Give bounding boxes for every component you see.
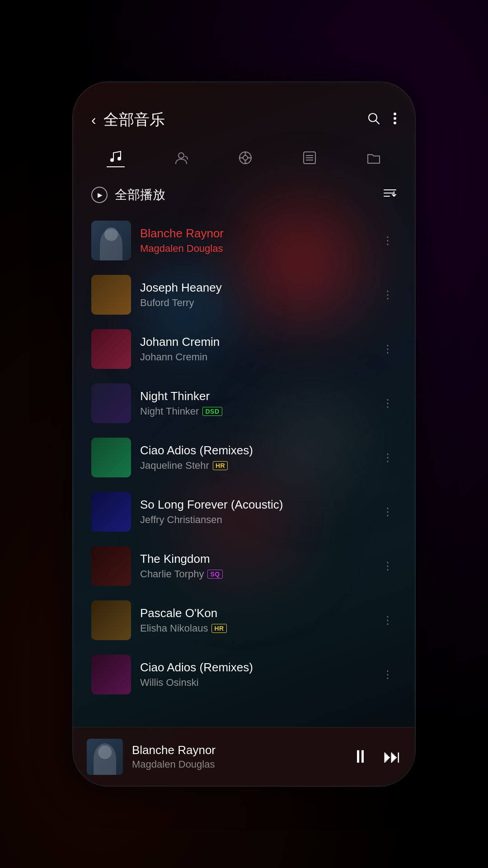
more-options-button[interactable]: ⋮ bbox=[379, 285, 397, 305]
song-artist: Charlie Torphy SQ bbox=[140, 568, 370, 580]
song-info: The Kingdom Charlie Torphy SQ bbox=[140, 552, 370, 580]
nav-tabs bbox=[73, 139, 415, 172]
album-art bbox=[91, 329, 131, 369]
svg-point-4 bbox=[394, 122, 396, 124]
album-art bbox=[91, 546, 131, 586]
list-item[interactable]: Ciao Adios (Remixes) Jaqueline Stehr HR … bbox=[73, 430, 415, 485]
more-menu-icon[interactable] bbox=[393, 112, 397, 128]
svg-line-1 bbox=[376, 121, 379, 124]
next-button[interactable]: ⏭ bbox=[383, 746, 401, 767]
album-art bbox=[91, 275, 131, 315]
back-button[interactable]: ‹ bbox=[91, 112, 96, 128]
song-title: Johann Cremin bbox=[140, 335, 370, 349]
quality-badge-sq: SQ bbox=[207, 570, 222, 579]
svg-point-5 bbox=[110, 158, 114, 162]
list-item[interactable]: Blanche Raynor Magdalen Douglas ⋮ bbox=[73, 213, 415, 268]
header-right bbox=[367, 112, 397, 128]
song-info: Blanche Raynor Magdalen Douglas bbox=[140, 226, 370, 255]
svg-point-9 bbox=[243, 156, 248, 160]
svg-point-3 bbox=[394, 117, 396, 120]
list-item[interactable]: The Kingdom Charlie Torphy SQ ⋮ bbox=[73, 539, 415, 593]
tab-playlists[interactable] bbox=[293, 146, 326, 170]
song-title: The Kingdom bbox=[140, 552, 370, 566]
tab-active-indicator bbox=[107, 166, 125, 167]
more-options-button[interactable]: ⋮ bbox=[379, 502, 397, 522]
song-info: Night Thinker Night Thinker DSD bbox=[140, 389, 370, 417]
list-item[interactable]: Pascale O'Kon Elisha Nikolaus HR ⋮ bbox=[73, 593, 415, 647]
tab-albums[interactable] bbox=[229, 146, 262, 170]
playback-controls: ⏸ ⏭ bbox=[352, 746, 401, 767]
song-title: Ciao Adios (Remixes) bbox=[140, 443, 370, 458]
play-all-bar: ▶ 全部播放 bbox=[73, 176, 415, 213]
album-art bbox=[91, 438, 131, 477]
svg-point-2 bbox=[394, 113, 396, 115]
now-playing-art bbox=[87, 739, 123, 775]
song-info: Pascale O'Kon Elisha Nikolaus HR bbox=[140, 606, 370, 634]
now-playing-bar[interactable]: Blanche Raynor Magdalen Douglas ⏸ ⏭ bbox=[73, 727, 415, 786]
song-title: Night Thinker bbox=[140, 389, 370, 403]
svg-rect-13 bbox=[244, 160, 246, 164]
art-inner bbox=[91, 438, 131, 477]
more-options-button[interactable]: ⋮ bbox=[379, 610, 397, 630]
album-art bbox=[91, 492, 131, 532]
quality-badge-hr: HR bbox=[211, 624, 226, 633]
now-playing-title: Blanche Raynor bbox=[132, 743, 343, 757]
song-info: Ciao Adios (Remixes) Jaqueline Stehr HR bbox=[140, 443, 370, 472]
svg-rect-10 bbox=[239, 157, 243, 159]
song-artist: Buford Terry bbox=[140, 297, 370, 309]
page-title: 全部音乐 bbox=[103, 109, 165, 130]
more-options-button[interactable]: ⋮ bbox=[379, 448, 397, 467]
song-info: Ciao Adios (Remixes) Willis Osinski bbox=[140, 660, 370, 689]
tab-folders[interactable] bbox=[357, 146, 390, 170]
list-item[interactable]: Night Thinker Night Thinker DSD ⋮ bbox=[73, 376, 415, 430]
now-playing-artist: Magdalen Douglas bbox=[132, 759, 343, 770]
tab-artists[interactable] bbox=[164, 146, 198, 170]
album-art bbox=[91, 600, 131, 640]
art-inner bbox=[91, 546, 131, 586]
sort-icon[interactable] bbox=[383, 187, 397, 203]
header-left: ‹ 全部音乐 bbox=[91, 109, 165, 130]
more-options-button[interactable]: ⋮ bbox=[379, 339, 397, 359]
play-circle-icon: ▶ bbox=[91, 187, 108, 203]
song-artist: Willis Osinski bbox=[140, 677, 370, 689]
art-inner bbox=[91, 600, 131, 640]
song-title: Pascale O'Kon bbox=[140, 606, 370, 620]
song-info: Johann Cremin Johann Cremin bbox=[140, 335, 370, 363]
now-playing-info: Blanche Raynor Magdalen Douglas bbox=[132, 743, 343, 770]
more-options-button[interactable]: ⋮ bbox=[379, 393, 397, 413]
song-artist: Johann Cremin bbox=[140, 351, 370, 363]
header: ‹ 全部音乐 bbox=[73, 82, 415, 139]
tab-songs[interactable] bbox=[98, 144, 134, 172]
list-item[interactable]: So Long Forever (Acoustic) Jeffry Christ… bbox=[73, 485, 415, 539]
art-inner bbox=[91, 492, 131, 532]
svg-rect-12 bbox=[244, 152, 246, 156]
pause-button[interactable]: ⏸ bbox=[352, 746, 370, 767]
album-art bbox=[91, 221, 131, 260]
art-inner bbox=[91, 383, 131, 423]
more-options-button[interactable]: ⋮ bbox=[379, 556, 397, 576]
song-title: Blanche Raynor bbox=[140, 226, 370, 241]
play-all-button[interactable]: ▶ 全部播放 bbox=[91, 186, 165, 203]
more-options-button[interactable]: ⋮ bbox=[379, 665, 397, 684]
list-item[interactable]: Joseph Heaney Buford Terry ⋮ bbox=[73, 268, 415, 322]
song-title: Ciao Adios (Remixes) bbox=[140, 660, 370, 675]
list-item[interactable]: Johann Cremin Johann Cremin ⋮ bbox=[73, 322, 415, 376]
art-inner bbox=[91, 655, 131, 694]
song-artist: Elisha Nikolaus HR bbox=[140, 623, 370, 634]
phone-container: ‹ 全部音乐 bbox=[72, 81, 416, 787]
svg-point-6 bbox=[117, 157, 121, 160]
song-artist: Night Thinker DSD bbox=[140, 406, 370, 417]
song-title: Joseph Heaney bbox=[140, 281, 370, 295]
art-inner bbox=[91, 329, 131, 369]
song-info: Joseph Heaney Buford Terry bbox=[140, 281, 370, 309]
play-all-label: 全部播放 bbox=[115, 186, 165, 203]
list-item[interactable]: Ciao Adios (Remixes) Willis Osinski ⋮ bbox=[73, 647, 415, 702]
svg-point-7 bbox=[178, 153, 184, 158]
art-inner bbox=[91, 221, 131, 260]
search-icon[interactable] bbox=[367, 112, 380, 128]
svg-rect-11 bbox=[248, 157, 251, 159]
album-art bbox=[91, 655, 131, 694]
more-options-button[interactable]: ⋮ bbox=[379, 231, 397, 250]
song-list: Blanche Raynor Magdalen Douglas ⋮ Joseph… bbox=[73, 213, 415, 787]
quality-badge-dsd: DSD bbox=[202, 407, 222, 416]
